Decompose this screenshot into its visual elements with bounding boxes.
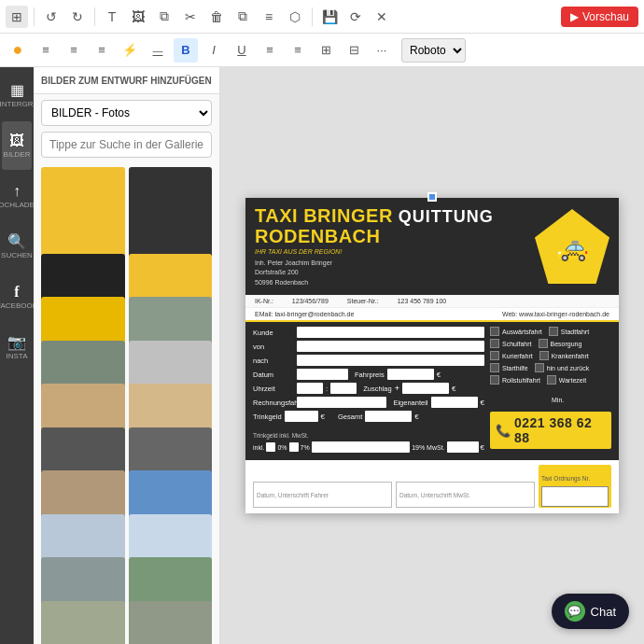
copy-icon[interactable]: ⧉ <box>153 6 175 28</box>
scissors-icon[interactable]: ✂ <box>179 6 202 28</box>
expand-btn[interactable]: ⊞ <box>314 38 338 63</box>
align-center-btn[interactable]: ≡ <box>62 38 86 63</box>
checkbox-starthilfe[interactable] <box>490 363 499 372</box>
signature-box-2[interactable]: Datum, Unterschrift MwSt. <box>396 482 535 508</box>
vorschau-button[interactable]: ▶ Vorschau <box>561 7 638 27</box>
receipt-ids: IK-Nr.: 123/456/789 Steuer-Nr.: 123 456 … <box>245 295 619 308</box>
kunde-input[interactable] <box>297 327 484 338</box>
steuer-value: 123 456 789 100 <box>398 298 447 304</box>
layers-icon[interactable]: ⧉ <box>231 6 254 28</box>
refresh-icon[interactable]: ⟳ <box>344 6 367 28</box>
sidebar-tool-upload[interactable]: ↑ HOCHLADE... <box>2 172 32 220</box>
zuschlag-input[interactable] <box>402 383 449 394</box>
facebook-icon: f <box>14 284 19 301</box>
pct7-label: 7% <box>301 444 310 451</box>
checkbox-kurierfahrt[interactable] <box>490 351 499 360</box>
mwst-value-input[interactable] <box>447 441 479 453</box>
colon-sym: : <box>326 385 328 393</box>
uhrzeit-h-input[interactable] <box>297 383 323 394</box>
underline-btn[interactable]: U <box>230 38 254 63</box>
format-toolbar: ● ≡ ≡ ≡ ⚡ — B I U ≡ ≡ ⊞ ⊟ ··· Roboto <box>0 34 644 67</box>
bold-btn[interactable]: B <box>174 38 198 63</box>
receipt-header: TAXI BRINGER RODENBACH QUITTUNG IHR TAXI… <box>245 198 619 296</box>
checkbox-schulfahrt[interactable] <box>490 339 499 348</box>
close-icon[interactable]: ✕ <box>371 6 393 28</box>
chat-icon: 💬 <box>565 601 585 622</box>
trinkgeld-input[interactable] <box>285 411 318 422</box>
datum-input[interactable] <box>297 369 348 380</box>
list-item: Rollstuhlfahrt Wartezeit <box>490 375 611 385</box>
checkbox-stadtfahrt[interactable] <box>549 327 558 336</box>
datum-label: Datum <box>253 371 294 379</box>
image-panel: BILDER ZUM ENTWURF HINZUFÜGEN BILDER - F… <box>34 67 220 644</box>
sidebar-tool-background[interactable]: ▦ HINTERGR... <box>2 71 32 119</box>
list-item[interactable]: Passagier-Strasse2 <box>129 601 213 644</box>
sidebar-tool-bilder[interactable]: 🖼 BILDER <box>2 121 32 170</box>
signature-box-1[interactable]: Datum, Unterschrift Fahrer <box>253 482 392 508</box>
sep2 <box>94 7 95 26</box>
save-icon[interactable]: 💾 <box>318 6 341 28</box>
underline-style-btn[interactable]: — <box>146 38 170 63</box>
sidebar-tool-instagram[interactable]: 📷 INSTA <box>2 323 32 371</box>
pct7-check[interactable] <box>289 442 299 452</box>
chat-label: Chat <box>591 605 616 619</box>
chat-button[interactable]: 💬 Chat <box>552 594 629 629</box>
image-icon[interactable]: 🖼 <box>127 6 149 28</box>
lightning-btn[interactable]: ⚡ <box>118 38 142 63</box>
align-right-btn[interactable]: ≡ <box>90 38 114 63</box>
checkbox-rollstuhl[interactable] <box>490 375 499 385</box>
stack-icon[interactable]: ≡ <box>258 6 280 28</box>
align-left2-btn[interactable]: ≡ <box>258 38 282 63</box>
checkbox-wartezeit[interactable] <box>547 375 556 385</box>
address-line3: 50996 Rodenbach <box>255 279 308 286</box>
mwst-input[interactable] <box>312 441 410 453</box>
search-icon: 🔍 <box>7 232 26 250</box>
uhrzeit-m-input[interactable] <box>330 383 357 394</box>
text-icon[interactable]: T <box>101 6 123 28</box>
color-picker-btn[interactable]: ● <box>6 38 30 63</box>
wartezeit-min-label: Min. <box>552 397 564 403</box>
taxi-nr-input[interactable] <box>541 486 609 507</box>
von-input[interactable] <box>297 341 484 352</box>
address-block: Inh. Peter Joachim Bringer Dorfstraße 20… <box>255 259 516 288</box>
rechnungsfahrt-label: Rechnungsfahrt <box>253 399 294 407</box>
zuschlag-label: Zuschlag <box>359 385 391 393</box>
sidebar-tool-search[interactable]: 🔍 SUCHEN <box>2 222 32 271</box>
euro-sym-4: € <box>321 413 325 421</box>
align-left-btn[interactable]: ≡ <box>34 38 58 63</box>
checkbox-krankenfahrt[interactable] <box>539 351 549 360</box>
von-label: von <box>253 343 294 351</box>
checkbox-auswartsfahrt[interactable] <box>490 327 499 336</box>
pct0-check[interactable] <box>266 442 275 452</box>
list-item[interactable]: Passagier-Strasse <box>41 601 125 644</box>
undo-icon[interactable]: ↺ <box>40 6 63 28</box>
rechnungsfahrt-input[interactable] <box>297 397 386 408</box>
align-right2-btn[interactable]: ≡ <box>286 38 310 63</box>
nach-input[interactable] <box>297 355 484 366</box>
delete-icon[interactable]: 🗑 <box>205 6 228 28</box>
receipt-header-right: 🚕 <box>525 198 619 296</box>
euro-sym-1: € <box>437 371 441 379</box>
sidebar-tool-facebook[interactable]: f FACEBOOK <box>2 273 32 321</box>
image-search-input[interactable] <box>41 132 212 158</box>
italic-btn[interactable]: I <box>202 38 226 63</box>
image-source-select[interactable]: BILDER - Fotos <box>41 100 212 126</box>
cb-label: Krankenfahrt <box>552 353 589 359</box>
more-icon[interactable]: ⬡ <box>284 6 306 28</box>
selection-handle-top[interactable] <box>427 192 437 202</box>
vorschau-icon: ▶ <box>570 10 579 23</box>
upload-icon: ↑ <box>13 183 21 200</box>
checkbox-hin-zuruck[interactable] <box>535 363 544 372</box>
checkbox-besorgung[interactable] <box>539 339 548 348</box>
fahrpreis-input[interactable] <box>387 369 434 380</box>
font-family-select[interactable]: Roboto <box>401 38 466 63</box>
more-format-btn[interactable]: ··· <box>370 38 394 63</box>
collapse-btn[interactable]: ⊟ <box>342 38 366 63</box>
gesamt-input[interactable] <box>365 411 412 422</box>
top-toolbar: ⊞ ↺ ↻ T 🖼 ⧉ ✂ 🗑 ⧉ ≡ ⬡ 💾 ⟳ ✕ ▶ Vorschau <box>0 0 644 34</box>
eigenanteil-input[interactable] <box>431 397 478 408</box>
canvas-area[interactable]: TAXI BRINGER RODENBACH QUITTUNG IHR TAXI… <box>220 67 644 644</box>
grid-icon[interactable]: ⊞ <box>6 6 28 28</box>
redo-icon[interactable]: ↻ <box>66 6 89 28</box>
sig2-label: Datum, Unterschrift MwSt. <box>399 492 470 498</box>
